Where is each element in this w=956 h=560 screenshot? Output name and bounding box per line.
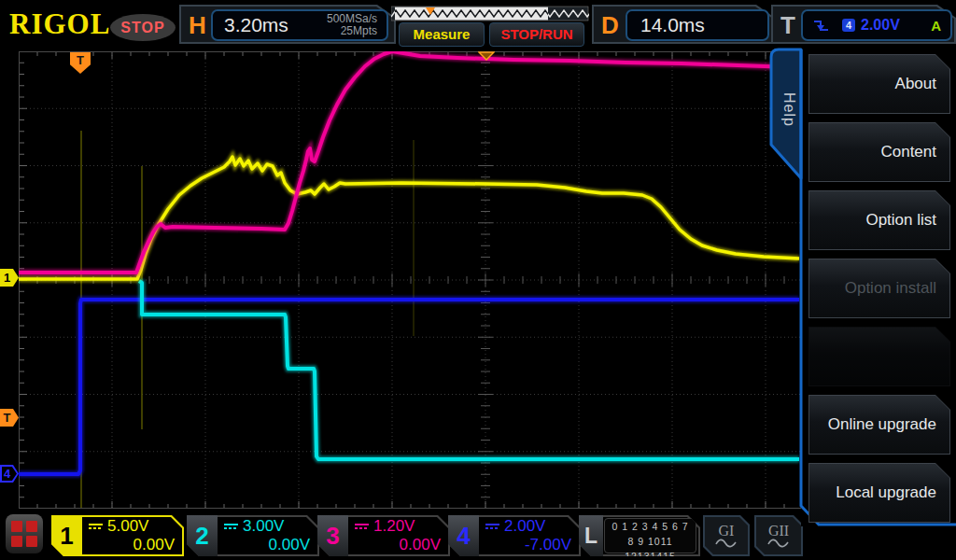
trigger-box[interactable]: 4 2.00V A	[801, 9, 952, 41]
top-status-bar: RIGOL STOP H 3.20ms 500MSa/s 25Mpts Meas…	[0, 0, 956, 47]
function-menu-icon[interactable]	[6, 514, 43, 553]
trigger-level-marker[interactable]: T	[0, 409, 19, 427]
logic-analyzer-block[interactable]: L 0 1 2 3 4 5 6 7 8 9 1011 12131415	[579, 515, 700, 556]
dc-coupling-icon	[224, 524, 238, 529]
horizontal-position-bar[interactable]	[391, 6, 589, 22]
logic-analyzer-label: L	[579, 515, 603, 556]
channel-1-offset: 0.00V	[89, 536, 175, 554]
ch4-ground-marker[interactable]: 4	[0, 465, 19, 483]
horizontal-label: H	[189, 11, 206, 40]
generator-2-button[interactable]: GII	[754, 515, 803, 556]
sine-wave-icon	[767, 538, 790, 548]
ch1-ground-marker[interactable]: 1	[0, 269, 19, 287]
ch3-trace	[19, 51, 792, 273]
measure-button[interactable]: Measure	[399, 22, 485, 47]
sine-wave-icon	[715, 538, 738, 548]
trigger-label: T	[780, 11, 795, 40]
delay-box[interactable]: 14.0ms	[626, 9, 769, 41]
trigger-level-value: 2.00V	[861, 17, 931, 34]
generator-1-button[interactable]: GI	[703, 515, 750, 556]
ch4-trace	[19, 300, 799, 474]
delay-settings-group[interactable]: D 14.0ms	[592, 5, 775, 44]
channel-2-block[interactable]: 2 3.00V 0.00V	[187, 515, 319, 556]
channel-4-block[interactable]: 4 2.00V -7.00V	[448, 515, 581, 556]
channel-4-scale: 2.00V	[504, 517, 545, 536]
channel-3-scale: 1.20V	[373, 517, 415, 536]
trigger-mode: A	[931, 18, 950, 34]
ch2-trace-glow	[139, 281, 799, 459]
rigol-logo: RIGOL	[9, 7, 110, 41]
ch4-trace-glow	[19, 300, 799, 474]
horizontal-settings-group[interactable]: H 3.20ms 500MSa/s 25Mpts	[179, 5, 396, 44]
trigger-settings-group[interactable]: T 4 2.00V A	[771, 5, 956, 44]
ch2-trace	[139, 281, 799, 459]
stop-run-button[interactable]: STOP/RUN	[489, 22, 584, 47]
sample-rate: 500MSa/s	[327, 12, 377, 25]
channel-1-scale: 5.00V	[107, 517, 148, 536]
ch1-trace	[19, 157, 799, 279]
trigger-source-badge: 4	[842, 19, 855, 32]
menu-item-about[interactable]: About	[808, 54, 950, 114]
channel-2-number: 2	[187, 515, 218, 556]
channel-3-block[interactable]: 3 1.20V 0.00V	[317, 515, 450, 556]
channel-2-scale: 3.00V	[243, 517, 284, 536]
logic-channels-row1: 0 1 2 3 4 5 6 7	[605, 519, 696, 534]
dc-coupling-icon	[89, 524, 103, 529]
acquisition-status-badge: STOP	[110, 14, 176, 41]
trigger-falling-edge-icon	[812, 18, 831, 34]
dc-coupling-icon	[355, 524, 369, 529]
channel-4-number: 4	[448, 515, 479, 556]
timebase-value: 3.20ms	[213, 14, 327, 36]
menu-item-empty	[808, 327, 950, 386]
menu-item-content[interactable]: Content	[808, 122, 950, 182]
timebase-box[interactable]: 3.20ms 500MSa/s 25Mpts	[211, 9, 388, 41]
dc-coupling-icon	[485, 524, 499, 529]
channel-4-offset: -7.00V	[485, 536, 571, 554]
channel-1-block[interactable]: 1 5.00V 0.00V	[51, 515, 184, 556]
delay-label: D	[601, 11, 619, 40]
menu-item-option-list[interactable]: Option list	[808, 190, 950, 250]
menu-item-local-upgrade[interactable]: Local upgrade	[808, 463, 950, 523]
memory-depth: 25Mpts	[341, 24, 377, 37]
ch3-trace-glow	[19, 51, 792, 273]
menu-item-online-upgrade[interactable]: Online upgrade	[808, 395, 950, 455]
channel-2-offset: 0.00V	[224, 536, 310, 554]
oscilloscope-screen: T 1 T 4 RIGOL STOP H 3.20ms 500MSa/s 25M…	[0, 0, 956, 560]
ch1-trace-glow	[19, 157, 799, 279]
horizontal-center-marker-icon	[478, 51, 495, 61]
channel-1-number: 1	[51, 515, 82, 556]
generator-2-label: GII	[768, 524, 789, 538]
menu-item-option-install: Option install	[808, 259, 950, 318]
logic-channels-row2: 8 9 1011 12131415	[605, 534, 696, 560]
channel-3-offset: 0.00V	[355, 536, 441, 554]
help-menu-tab[interactable]: Help	[771, 58, 797, 161]
generator-1-label: GI	[719, 524, 735, 538]
channel-3-number: 3	[317, 515, 348, 556]
delay-value: 14.0ms	[627, 14, 705, 36]
